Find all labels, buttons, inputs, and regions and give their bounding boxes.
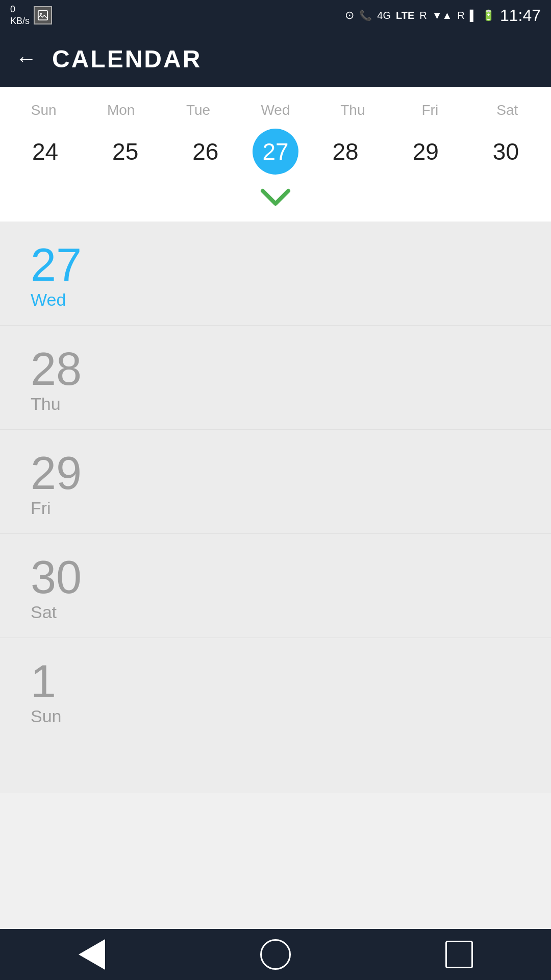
app-bar: ← CALENDAR — [0, 31, 551, 87]
list-item[interactable]: 27 Wed — [0, 222, 551, 326]
day-entry-name-fri: Fri — [31, 498, 525, 518]
recents-square-icon — [445, 941, 473, 968]
day-name-sun: Sun — [11, 102, 77, 118]
wifi-icon: ⊙ — [345, 9, 354, 22]
day-entry-number-30: 30 — [31, 554, 525, 600]
list-item[interactable]: 29 Fri — [0, 430, 551, 534]
back-button[interactable]: ← — [15, 46, 37, 71]
4g-label: 4G — [377, 10, 391, 21]
status-bar: 0 KB/s ⊙ 📞 4G LTE R ▼▲ R ▌ 🔋 11:47 — [0, 0, 551, 31]
call-icon: 📞 — [359, 9, 372, 21]
week-header: Sun Mon Tue Wed Thu Fri Sat 24 25 26 27 … — [0, 87, 551, 180]
svg-rect-0 — [38, 11, 47, 20]
lte-label: LTE — [396, 10, 414, 21]
svg-point-1 — [40, 13, 42, 15]
signal-bar-1: ▼▲ — [432, 10, 453, 21]
day-24[interactable]: 24 — [12, 129, 79, 175]
status-left: 0 KB/s — [10, 5, 52, 26]
day-28[interactable]: 28 — [312, 129, 379, 175]
day-numbers-row: 24 25 26 27 28 29 30 — [0, 129, 551, 175]
day-entry-number-28: 28 — [31, 346, 525, 392]
list-item[interactable]: 28 Thu — [0, 326, 551, 430]
day-entry-name-wed: Wed — [31, 290, 525, 310]
back-triangle-icon — [79, 939, 105, 970]
bottom-nav — [0, 929, 551, 980]
day-name-fri: Fri — [397, 102, 463, 118]
app-title: CALENDAR — [52, 45, 202, 73]
list-item[interactable]: 1 Sun — [0, 638, 551, 742]
day-entry-number-29: 29 — [31, 450, 525, 496]
day-25[interactable]: 25 — [92, 129, 159, 175]
day-entry-name-thu: Thu — [31, 394, 525, 414]
day-entry-number-27: 27 — [31, 242, 525, 288]
status-right: ⊙ 📞 4G LTE R ▼▲ R ▌ 🔋 11:47 — [345, 6, 541, 25]
signal-r-label: R — [419, 10, 427, 21]
day-name-sat: Sat — [474, 102, 540, 118]
day-27-selected[interactable]: 27 — [253, 129, 298, 175]
home-nav-button[interactable] — [255, 934, 296, 975]
home-circle-icon — [260, 939, 291, 970]
day-name-thu: Thu — [319, 102, 386, 118]
day-name-mon: Mon — [88, 102, 154, 118]
day-entry-name-sun: Sun — [31, 706, 525, 726]
day-entry-name-sat: Sat — [31, 602, 525, 622]
chevron-down-icon[interactable] — [260, 185, 291, 211]
battery-icon: 🔋 — [482, 9, 495, 21]
back-nav-button[interactable] — [71, 934, 112, 975]
day-names-row: Sun Mon Tue Wed Thu Fri Sat — [0, 102, 551, 118]
list-item[interactable]: 30 Sat — [0, 534, 551, 638]
day-name-tue: Tue — [165, 102, 232, 118]
day-29[interactable]: 29 — [392, 129, 459, 175]
chevron-row — [0, 180, 551, 222]
day-name-wed: Wed — [242, 102, 309, 118]
status-kb: 0 KB/s — [10, 5, 30, 26]
recents-nav-button[interactable] — [439, 934, 480, 975]
signal-bar-2: ▌ — [470, 10, 477, 21]
status-time: 11:47 — [500, 6, 541, 25]
day-30[interactable]: 30 — [472, 129, 539, 175]
signal-r2-label: R — [457, 10, 464, 21]
day-entry-number-1: 1 — [31, 658, 525, 704]
day-list: 27 Wed 28 Thu 29 Fri 30 Sat 1 Sun — [0, 222, 551, 793]
gallery-icon — [34, 6, 52, 24]
day-26[interactable]: 26 — [172, 129, 239, 175]
